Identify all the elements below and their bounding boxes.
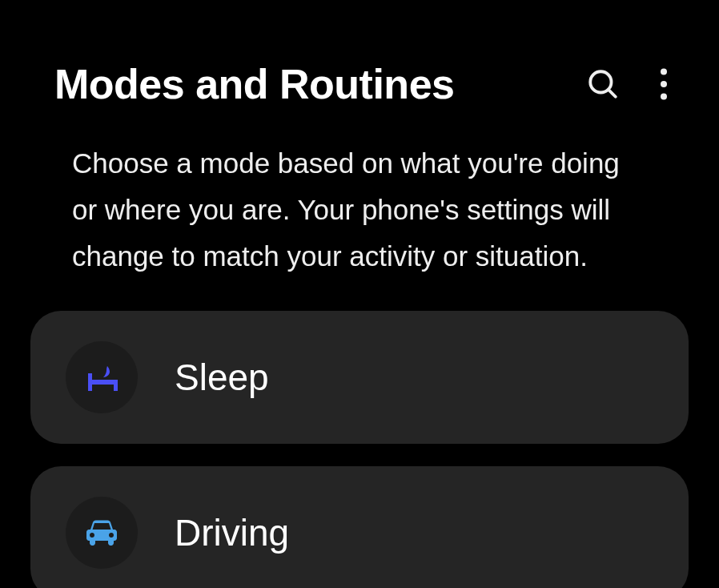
more-vertical-icon (660, 68, 668, 100)
search-icon (586, 67, 620, 101)
mode-icon-wrapper (66, 497, 138, 569)
svg-rect-6 (88, 373, 92, 391)
svg-point-3 (661, 81, 667, 87)
page-title: Modes and Routines (54, 60, 454, 108)
mode-card-sleep[interactable]: Sleep (30, 311, 689, 444)
sleep-icon (82, 357, 122, 397)
header-actions (583, 64, 671, 104)
mode-label: Sleep (175, 356, 269, 399)
header: Modes and Routines (0, 0, 719, 140)
svg-point-2 (661, 69, 667, 75)
svg-rect-7 (114, 380, 118, 391)
car-icon (81, 512, 123, 554)
mode-card-driving[interactable]: Driving (30, 466, 689, 588)
page-description: Choose a mode based on what you're doing… (0, 140, 719, 311)
mode-label: Driving (175, 511, 289, 554)
more-options-button[interactable] (657, 65, 671, 103)
modes-list: Sleep Driving (0, 311, 719, 588)
svg-rect-5 (88, 380, 118, 385)
mode-icon-wrapper (66, 341, 138, 413)
search-button[interactable] (583, 64, 623, 104)
svg-line-1 (609, 90, 616, 97)
svg-point-4 (661, 93, 667, 99)
